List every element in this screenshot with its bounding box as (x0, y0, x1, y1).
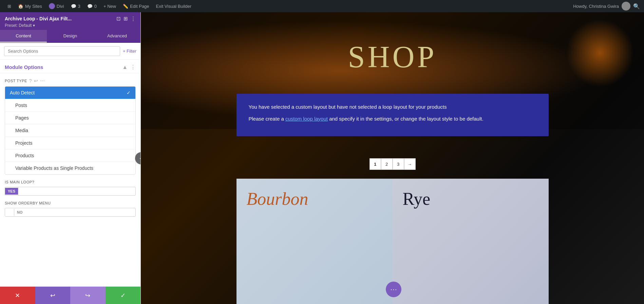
cancel-button[interactable]: ✕ (0, 287, 35, 304)
main-loop-toggle[interactable]: YES (5, 187, 136, 196)
comment-bubble-icon: 💬 (71, 4, 76, 9)
tab-design[interactable]: Design (47, 30, 94, 42)
panel-title-icons: ⊡ ⊞ ⋮ (116, 16, 136, 22)
option-products[interactable]: Products (5, 149, 135, 162)
show-orderby-label: Show OrderBy Menu (5, 201, 51, 205)
panel-title-row: Archive Loop - Divi Ajax Filt... ⊡ ⊞ ⋮ (5, 16, 136, 22)
undo-button[interactable]: ↩ (35, 287, 71, 304)
sidebar-panel: Archive Loop - Divi Ajax Filt... ⊡ ⊞ ⋮ P… (0, 12, 141, 304)
option-media[interactable]: Media (5, 124, 135, 137)
reply-icon: 💬 (87, 4, 93, 9)
page-3-button[interactable]: 3 (393, 158, 404, 170)
edit-icon: ✏️ (123, 4, 128, 9)
more-icon[interactable]: ⋮ (131, 16, 136, 22)
admin-bar-right: Howdy, Christina Gwira 🔍 (573, 2, 640, 11)
post-type-label: Post Type (5, 79, 27, 83)
fab-icon: ⋯ (390, 285, 397, 293)
product-title-bourbon: Bourbon (247, 189, 308, 209)
toggle-handle (18, 187, 27, 195)
search-input[interactable] (4, 46, 120, 56)
panel-title: Archive Loop - Divi Ajax Filt... (5, 16, 72, 21)
wp-logo[interactable]: ⊞ (4, 0, 15, 12)
product-card-bourbon[interactable]: Bourbon (236, 179, 393, 304)
post-type-field: Post Type ? ↩ ⋯ Auto Detect ✓ Posts Pag (5, 78, 136, 175)
avatar (622, 2, 630, 11)
pin-icon[interactable]: ⊡ (116, 16, 121, 22)
filter-button[interactable]: + Filter (123, 49, 136, 54)
panel-tabs: Content Design Advanced (0, 30, 140, 43)
product-card-rye[interactable]: Rye (393, 179, 549, 304)
option-variable-products[interactable]: Variable Products as Single Products (5, 162, 135, 174)
new-button[interactable]: + New (100, 0, 119, 12)
wp-icon: ⊞ (7, 4, 11, 9)
edit-page-button[interactable]: ✏️ Edit Page (119, 0, 152, 12)
fab-button[interactable]: ⋯ (386, 282, 401, 297)
pagination: 1 2 3 → (370, 158, 416, 170)
show-orderby-label-row: Show OrderBy Menu (5, 201, 136, 205)
custom-loop-layout-link[interactable]: custom loop layout (285, 116, 328, 122)
is-main-loop-label: Is Main Loop? (5, 180, 34, 184)
toggle-no-handle (5, 208, 14, 216)
more-options-icon[interactable]: ⋮ (130, 64, 136, 70)
preview-area: SHOP You have selected a custom layout b… (141, 12, 644, 304)
sites-icon: 🏠 (18, 4, 23, 9)
panel-bottom: ✕ ↩ ↪ ✓ (0, 286, 140, 304)
panel-content: Post Type ? ↩ ⋯ Auto Detect ✓ Posts Pag (0, 73, 140, 286)
reset-icon[interactable]: ↩ (34, 78, 38, 84)
post-type-dropdown: Auto Detect ✓ Posts Pages Media Projects (5, 86, 136, 175)
page-1-button[interactable]: 1 (370, 158, 381, 170)
save-button[interactable]: ✓ (106, 287, 141, 304)
collapse-icon[interactable]: ▲ (122, 64, 128, 70)
field-more-icon[interactable]: ⋯ (40, 78, 45, 84)
help-icon[interactable]: ? (29, 78, 32, 84)
admin-bar: ⊞ 🏠 My Sites Divi 💬 3 💬 0 + New ✏️ Edit … (0, 0, 644, 12)
main-layout: Archive Loop - Divi Ajax Filt... ⊡ ⊞ ⋮ P… (0, 0, 644, 304)
search-icon[interactable]: 🔍 (633, 3, 640, 10)
tab-advanced[interactable]: Advanced (94, 30, 140, 42)
option-posts[interactable]: Posts (5, 99, 135, 112)
shop-title: SHOP (348, 39, 437, 74)
notification-box: You have selected a custom layout but ha… (236, 94, 549, 136)
grid-icon[interactable]: ⊞ (124, 16, 128, 22)
comment-count[interactable]: 💬 3 (68, 0, 84, 12)
exit-builder-button[interactable]: Exit Visual Builder (153, 0, 195, 12)
panel-header: Archive Loop - Divi Ajax Filt... ⊡ ⊞ ⋮ P… (0, 12, 140, 30)
search-bar: + Filter (0, 43, 140, 60)
option-pages[interactable]: Pages (5, 112, 135, 124)
my-sites[interactable]: 🏠 My Sites (15, 0, 45, 12)
is-main-loop-field: Is Main Loop? YES (5, 180, 136, 196)
reply-count[interactable]: 💬 0 (84, 0, 100, 12)
option-auto-detect[interactable]: Auto Detect ✓ (5, 87, 135, 99)
notification-subtext: Please create a custom loop layout and s… (249, 115, 536, 123)
redo-button[interactable]: ↪ (70, 287, 106, 304)
page-2-button[interactable]: 2 (381, 158, 393, 170)
divi-icon (49, 3, 55, 9)
tab-content[interactable]: Content (0, 30, 47, 42)
notification-text: You have selected a custom layout but ha… (249, 103, 536, 111)
show-orderby-field: Show OrderBy Menu NO (5, 201, 136, 217)
toggle-no-label: NO (14, 209, 25, 216)
check-icon: ✓ (127, 90, 131, 95)
orderby-toggle[interactable]: NO (5, 208, 136, 217)
divi-link[interactable]: Divi (45, 0, 68, 12)
section-title: Module Options (5, 64, 43, 70)
field-label-row: Post Type ? ↩ ⋯ (5, 78, 136, 84)
next-page-button[interactable]: → (404, 158, 416, 170)
panel-preset[interactable]: Preset: Default ▾ (5, 23, 136, 28)
section-header: Module Options ▲ ⋮ (0, 60, 140, 73)
section-controls: ▲ ⋮ (122, 64, 136, 70)
is-main-loop-label-row: Is Main Loop? (5, 180, 136, 184)
product-title-rye: Rye (403, 189, 431, 209)
toggle-yes-label: YES (5, 188, 18, 195)
option-projects[interactable]: Projects (5, 137, 135, 149)
